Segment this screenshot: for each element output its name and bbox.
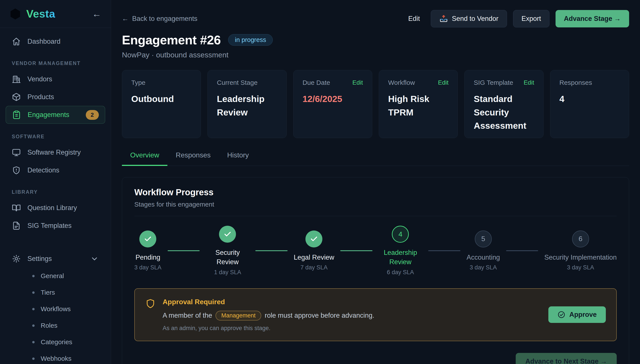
- summary-cards: Type Outbound Current Stage Leadership R…: [122, 70, 629, 138]
- sidebar-item-settings[interactable]: Settings: [6, 250, 105, 268]
- stage-security-review: Security Review 1 day SLA: [206, 226, 249, 276]
- edit-workflow-link[interactable]: Edit: [438, 79, 448, 86]
- sidebar-item-detections[interactable]: Detections: [6, 161, 105, 179]
- tab-bar: Overview Responses History: [122, 151, 629, 166]
- card-label: Responses: [559, 79, 592, 86]
- stage-done-circle: [139, 230, 156, 248]
- workflow-progress-panel: Workflow Progress Stages for this engage…: [122, 177, 629, 364]
- stage-name: Leadership Review: [379, 248, 422, 267]
- sidebar-item-label: SIG Templates: [28, 222, 72, 230]
- book-open-icon: [12, 203, 21, 212]
- sidebar-item-label: Detections: [28, 166, 59, 174]
- sidebar-item-engagements[interactable]: Engagements 2: [6, 106, 105, 124]
- stage-accounting: 5 Accounting 3 day SLA: [467, 230, 500, 271]
- advance-row: Advance to Next Stage →: [134, 353, 617, 364]
- stage-name: Security Review: [206, 248, 249, 267]
- approve-button[interactable]: Approve: [548, 306, 606, 323]
- stage-connector: [168, 250, 200, 251]
- sidebar-item-sig-templates[interactable]: SIG Templates: [6, 217, 105, 234]
- card-value: High Risk TPRM: [388, 92, 448, 119]
- sidebar-subitem-label: Webhooks: [41, 355, 71, 362]
- collapse-sidebar-button[interactable]: ←: [92, 9, 101, 18]
- sidebar-subitem-tiers[interactable]: Tiers: [6, 284, 105, 301]
- card-type: Type Outbound: [122, 70, 201, 138]
- back-to-engagements-link[interactable]: ← Back to engagements: [122, 15, 197, 22]
- check-icon: [223, 230, 232, 238]
- page-title: Engagement #26: [122, 32, 221, 47]
- tab-responses[interactable]: Responses: [167, 151, 219, 166]
- tab-overview[interactable]: Overview: [122, 151, 167, 166]
- sidebar-header: ⬢ Vesta ←: [0, 0, 111, 28]
- stage-number-circle: 5: [475, 230, 492, 248]
- sidebar-item-products[interactable]: Products: [6, 88, 105, 106]
- edit-due-date-link[interactable]: Edit: [353, 79, 363, 86]
- sidebar-item-dashboard[interactable]: Dashboard: [6, 32, 105, 50]
- advance-to-next-stage-button[interactable]: Advance to Next Stage →: [516, 353, 617, 364]
- sidebar-subitem-label: Workflows: [41, 305, 71, 313]
- stage-sla: 3 day SLA: [134, 264, 162, 271]
- approval-note: As an admin, you can approve this stage.: [163, 325, 541, 332]
- stage-leadership-review: 4 Leadership Review 6 day SLA: [379, 226, 422, 276]
- bullet-dot: [32, 341, 35, 343]
- stage-pending: Pending 3 day SLA: [134, 230, 162, 271]
- card-value: Outbound: [131, 92, 192, 106]
- sidebar-subitem-workflows[interactable]: Workflows: [6, 301, 105, 317]
- sidebar-item-vendors[interactable]: Vendors: [6, 70, 105, 88]
- card-sig-template: SIG Template Edit Standard Security Asse…: [464, 70, 543, 138]
- chevron-down-icon: [90, 254, 99, 263]
- stage-connector: [340, 250, 373, 251]
- stage-security-implementation: 6 Security Implementation 3 day SLA: [544, 230, 617, 271]
- sidebar-subitem-label: Tiers: [41, 289, 55, 296]
- stage-name: Security Implementation: [544, 253, 617, 262]
- sidebar-item-software-registry[interactable]: Software Registry: [6, 144, 105, 161]
- role-badge: Management: [215, 311, 261, 320]
- circle-check-icon: [557, 311, 565, 318]
- card-workflow: Workflow Edit High Risk TPRM: [379, 70, 458, 138]
- sidebar-nav: Dashboard VENDOR MANAGEMENT Vendors Prod…: [0, 28, 111, 364]
- section-label-library: LIBRARY: [12, 189, 99, 195]
- sidebar-item-question-library[interactable]: Question Library: [6, 199, 105, 217]
- check-icon: [144, 235, 152, 243]
- home-icon: [12, 37, 21, 46]
- box-icon: [12, 92, 21, 102]
- tab-history[interactable]: History: [219, 151, 257, 166]
- advance-stage-button[interactable]: Advance Stage →: [555, 10, 629, 28]
- card-label: Current Stage: [217, 79, 257, 86]
- stage-sla: 7 day SLA: [300, 264, 328, 271]
- page-subtitle: NowPay · outbound assessment: [122, 51, 629, 59]
- sidebar-subitem-label: Roles: [41, 322, 58, 329]
- bullet-dot: [32, 308, 35, 310]
- stage-current-circle: 4: [392, 226, 409, 243]
- sidebar-subitem-webhooks[interactable]: Webhooks: [6, 350, 105, 364]
- brand-name: Vesta: [26, 8, 55, 20]
- file-text-icon: [12, 221, 21, 230]
- stage-sla: 3 day SLA: [567, 264, 594, 271]
- panel-title: Workflow Progress: [134, 188, 617, 197]
- card-value-due-date: 12/6/2025: [302, 92, 363, 106]
- edit-sig-template-link[interactable]: Edit: [524, 79, 534, 86]
- back-link-label: Back to engagements: [132, 15, 197, 22]
- card-value: Standard Security Assessment: [474, 92, 534, 133]
- card-due-date: Due Date Edit 12/6/2025: [293, 70, 372, 138]
- sidebar-item-label: Settings: [28, 255, 52, 263]
- card-label: Type: [131, 79, 145, 86]
- stage-name: Accounting: [467, 253, 500, 262]
- edit-button[interactable]: Edit: [403, 10, 425, 28]
- shield-icon: [145, 298, 156, 309]
- sidebar-item-label: Software Registry: [28, 148, 81, 156]
- hexagon-logo-icon: ⬢: [10, 8, 21, 20]
- section-label-vendor-management: VENDOR MANAGEMENT: [12, 60, 99, 66]
- workflow-stepper: Pending 3 day SLA Security Review 1 day …: [134, 226, 617, 276]
- sidebar-subitem-categories[interactable]: Categories: [6, 334, 105, 350]
- export-button[interactable]: Export: [513, 10, 550, 28]
- stage-number-circle: 6: [572, 230, 589, 248]
- sidebar-subitem-roles[interactable]: Roles: [6, 317, 105, 334]
- send-to-vendor-button[interactable]: Send to Vendor: [431, 10, 507, 28]
- header-actions: Edit Send to Vendor Export Advance Stage…: [403, 10, 629, 28]
- topbar: ← Back to engagements Edit Send to Vendo…: [122, 10, 629, 28]
- sidebar-subitem-general[interactable]: General: [6, 268, 105, 284]
- check-icon: [310, 235, 318, 243]
- sidebar-item-label: Vendors: [28, 75, 52, 83]
- stage-connector: [428, 250, 460, 251]
- sidebar-item-label: Question Library: [28, 204, 77, 212]
